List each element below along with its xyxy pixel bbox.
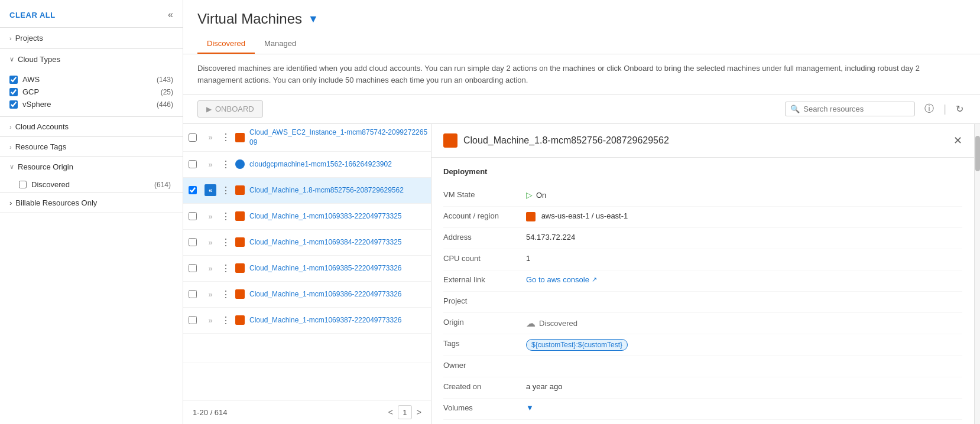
row-menu-6[interactable]: ⋮: [219, 263, 233, 274]
row-checkbox-8[interactable]: [183, 316, 202, 324]
external-link-value: Go to aws console ↗: [526, 275, 962, 284]
vm-icon-5: [233, 237, 247, 247]
discovered-count: (614): [154, 181, 171, 189]
cloud-accounts-label: Cloud Accounts: [15, 122, 69, 131]
chevron-right-icon: ›: [9, 143, 12, 151]
clear-all-button[interactable]: CLEAR ALL: [9, 11, 56, 19]
expand-volumes-button[interactable]: ▼: [526, 403, 534, 412]
vm-icon-1: [233, 133, 247, 142]
table-row: » ⋮ Cloud_Machine_1-mcm1069383-222049773…: [183, 204, 431, 230]
resource-origin-header[interactable]: ∨ Resource Origin: [0, 157, 183, 177]
tag-badge[interactable]: ${customTest}:${customTest}: [526, 339, 628, 351]
row-menu-3[interactable]: ⋮: [219, 185, 233, 196]
row-name-2[interactable]: cloudgcpmachine1-mcm1562-166264923902: [247, 156, 431, 173]
search-input[interactable]: [803, 105, 910, 113]
owner-label: Owner: [443, 361, 526, 370]
row-name-7[interactable]: Cloud_Machine_1-mcm1069386-222049773326: [247, 286, 431, 303]
row-expand-3[interactable]: «: [202, 184, 219, 196]
info-button[interactable]: ⓘ: [922, 100, 936, 118]
content-area: » ⋮ Cloud_AWS_EC2_Instance_1-mcm875742-2…: [183, 124, 980, 424]
gcp-checkbox[interactable]: [9, 88, 18, 96]
external-link-label: External link: [443, 275, 526, 284]
onboard-icon: ▶: [206, 105, 212, 113]
detail-body: Deployment VM State ▷ On Account / regio…: [431, 158, 974, 424]
current-page: 1: [398, 405, 412, 419]
account-icon: [526, 212, 536, 221]
pagination-range: 1-20 / 614: [193, 408, 228, 417]
page-title: Virtual Machines: [197, 11, 302, 27]
vsphere-checkbox[interactable]: [9, 100, 18, 109]
vm-icon-2: [233, 159, 247, 169]
row-menu-8[interactable]: ⋮: [219, 315, 233, 326]
resource-tags-header[interactable]: › Resource Tags: [0, 137, 183, 156]
tab-managed[interactable]: Managed: [255, 34, 306, 54]
row-expand-8[interactable]: »: [202, 316, 219, 325]
onboard-button[interactable]: ▶ ONBOARD: [197, 100, 263, 118]
row-checkbox-1[interactable]: [183, 133, 202, 142]
vm-icon-7: [233, 289, 247, 299]
row-checkbox-2[interactable]: [183, 160, 202, 168]
row-expand-7[interactable]: »: [202, 290, 219, 299]
origin-text: Discovered: [539, 319, 577, 328]
refresh-button[interactable]: ↻: [953, 101, 966, 117]
row-name-1[interactable]: Cloud_AWS_EC2_Instance_1-mcm875742-20992…: [247, 124, 431, 151]
tags-row: Tags ${customTest}:${customTest}: [443, 334, 962, 356]
row-menu-7[interactable]: ⋮: [219, 289, 233, 300]
sidebar-cloud-types-header[interactable]: ∨ Cloud Types: [0, 49, 183, 70]
vm-icon-8: [233, 315, 247, 325]
billable-header[interactable]: › Billable Resources Only: [0, 193, 183, 213]
aws-console-link[interactable]: Go to aws console ↗: [526, 275, 597, 284]
scrollbar-thumb[interactable]: [975, 136, 980, 171]
aws-count: (143): [157, 76, 173, 84]
sidebar-projects-header[interactable]: › Projects: [0, 28, 183, 48]
main-header: Virtual Machines ▼ Discovered Managed: [183, 0, 980, 54]
origin-row: Origin ☁ Discovered: [443, 313, 962, 334]
aws-checkbox[interactable]: [9, 76, 18, 84]
row-checkbox-6[interactable]: [183, 264, 202, 272]
origin-label: Origin: [443, 318, 526, 327]
row-name-8[interactable]: Cloud_Machine_1-mcm1069387-222049773326: [247, 312, 431, 329]
resource-origin-label: Resource Origin: [18, 162, 73, 171]
billable-label: Billable Resources Only: [15, 198, 97, 207]
table-footer: 1-20 / 614 < 1 >: [183, 400, 431, 424]
discovered-checkbox[interactable]: [19, 181, 27, 188]
empty-row: [183, 334, 431, 363]
row-name-5[interactable]: Cloud_Machine_1-mcm1069384-222049773325: [247, 234, 431, 251]
row-menu-2[interactable]: ⋮: [219, 159, 233, 170]
chevron-down-icon: ∨: [9, 56, 14, 63]
cloud-icon: ☁: [526, 318, 536, 329]
chevron-right-icon: ›: [9, 35, 12, 42]
main-content: Virtual Machines ▼ Discovered Managed Di…: [183, 0, 980, 424]
projects-label: Projects: [15, 34, 43, 43]
prev-page-button[interactable]: <: [388, 407, 393, 417]
table-area: » ⋮ Cloud_AWS_EC2_Instance_1-mcm875742-2…: [183, 124, 431, 424]
state-on-icon: ▷: [526, 190, 533, 200]
discovered-filter-row: Discovered (614): [0, 177, 183, 193]
detail-panel: Cloud_Machine_1.8-mcm852756-208729629562…: [431, 124, 974, 424]
row-menu-5[interactable]: ⋮: [219, 237, 233, 248]
row-expand-5[interactable]: »: [202, 238, 219, 247]
row-checkbox-5[interactable]: [183, 238, 202, 246]
row-checkbox-7[interactable]: [183, 290, 202, 298]
tab-discovered[interactable]: Discovered: [197, 34, 255, 54]
row-menu-4[interactable]: ⋮: [219, 211, 233, 222]
row-name-6[interactable]: Cloud_Machine_1-mcm1069385-222049773326: [247, 260, 431, 277]
close-detail-button[interactable]: ✕: [953, 134, 962, 147]
vm-state-row: VM State ▷ On: [443, 185, 962, 207]
row-expand-4[interactable]: »: [202, 212, 219, 221]
row-expand-2[interactable]: »: [202, 160, 219, 169]
row-name-3[interactable]: Cloud_Machine_1.8-mcm852756-208729629562: [247, 182, 431, 199]
row-expand-6[interactable]: »: [202, 264, 219, 273]
sidebar-collapse-button[interactable]: «: [168, 9, 173, 20]
volumes-value: ▼: [526, 403, 962, 412]
chevron-down-icon: ∨: [9, 163, 14, 171]
row-checkbox-3[interactable]: [183, 186, 202, 194]
row-checkbox-4[interactable]: [183, 212, 202, 220]
filter-icon[interactable]: ▼: [308, 13, 319, 25]
row-name-4[interactable]: Cloud_Machine_1-mcm1069383-222049773325: [247, 208, 431, 225]
row-expand-1[interactable]: »: [202, 133, 219, 142]
next-page-button[interactable]: >: [417, 407, 421, 417]
cloud-accounts-header[interactable]: › Cloud Accounts: [0, 117, 183, 136]
row-menu-1[interactable]: ⋮: [219, 132, 233, 143]
project-row: Project: [443, 292, 962, 313]
